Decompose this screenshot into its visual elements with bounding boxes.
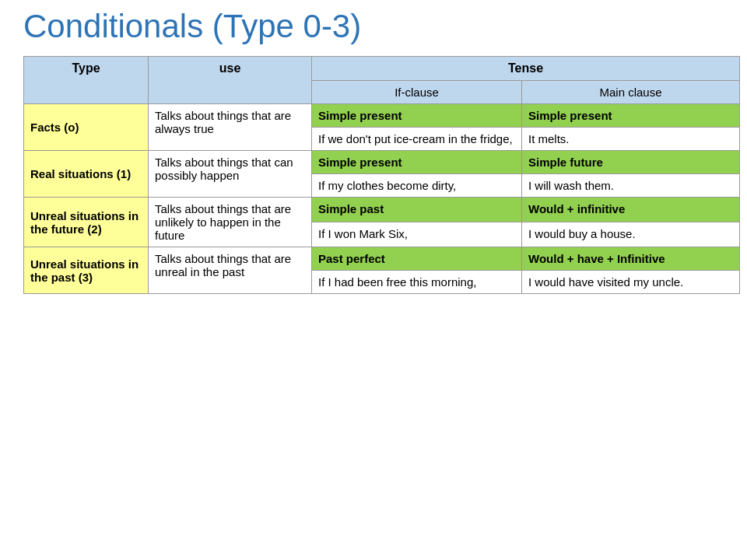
conditionals-table: Type use Tense If-clause Main clause Fac…	[23, 56, 740, 294]
cell-if-label-1: Simple present	[312, 151, 522, 174]
table-header-row-1: Type use Tense	[24, 57, 740, 81]
cell-if-example-3: If I had been free this morning,	[312, 271, 522, 294]
table-row-2: Unreal situations in the future (2)Talks…	[24, 198, 740, 222]
col-header-main-clause: Main clause	[522, 81, 740, 104]
cell-type-1: Real situations (1)	[24, 151, 149, 198]
cell-type-2: Unreal situations in the future (2)	[24, 198, 149, 247]
cell-if-label-2: Simple past	[312, 198, 522, 222]
cell-if-label-0: Simple present	[312, 104, 522, 128]
cell-main-example-1: I will wash them.	[522, 174, 740, 198]
cell-type-3: Unreal situations in the past (3)	[24, 247, 149, 294]
col-header-use: use	[149, 57, 312, 104]
cell-use-3: Talks about things that are unreal in th…	[149, 247, 312, 294]
cell-use-0: Talks about things that are always true	[149, 104, 312, 151]
col-header-tense: Tense	[312, 57, 740, 81]
cell-main-label-1: Simple future	[522, 151, 740, 174]
cell-main-example-2: I would buy a house.	[522, 222, 740, 247]
col-header-type: Type	[24, 57, 149, 104]
col-header-if-clause: If-clause	[312, 81, 522, 104]
cell-type-0: Facts (o)	[24, 104, 149, 151]
cell-use-1: Talks about things that can possibly hap…	[149, 151, 312, 198]
cell-if-example-2: If I won Mark Six,	[312, 222, 522, 247]
table-row-0: Facts (o)Talks about things that are alw…	[24, 104, 740, 128]
cell-main-example-0: It melts.	[522, 128, 740, 151]
page-title: Conditionals (Type 0-3)	[16, 8, 731, 45]
cell-if-example-0: If we don't put ice-cream in the fridge,	[312, 128, 522, 151]
cell-main-example-3: I would have visited my uncle.	[522, 271, 740, 294]
cell-use-2: Talks about things that are unlikely to …	[149, 198, 312, 247]
cell-main-label-0: Simple present	[522, 104, 740, 128]
table-row-1: Real situations (1)Talks about things th…	[24, 151, 740, 174]
cell-main-label-3: Would + have + Infinitive	[522, 247, 740, 271]
table-row-3: Unreal situations in the past (3)Talks a…	[24, 247, 740, 271]
cell-if-label-3: Past perfect	[312, 247, 522, 271]
cell-if-example-1: If my clothes become dirty,	[312, 174, 522, 198]
cell-main-label-2: Would + infinitive	[522, 198, 740, 222]
